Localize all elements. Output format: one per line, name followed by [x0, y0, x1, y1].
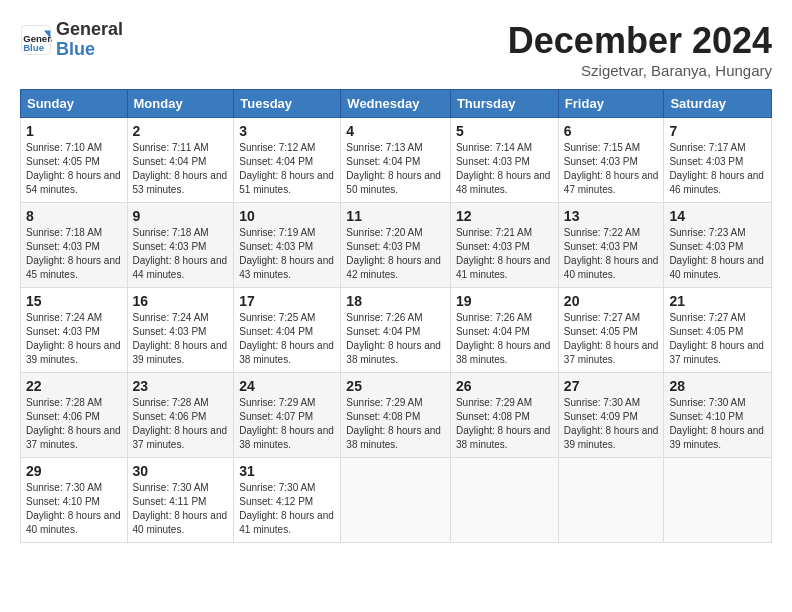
day-number: 18 — [346, 293, 445, 309]
day-number: 27 — [564, 378, 659, 394]
day-number: 12 — [456, 208, 553, 224]
day-info: Sunrise: 7:30 AMSunset: 4:09 PMDaylight:… — [564, 396, 659, 452]
calendar-cell: 7Sunrise: 7:17 AMSunset: 4:03 PMDaylight… — [664, 118, 772, 203]
day-info: Sunrise: 7:15 AMSunset: 4:03 PMDaylight:… — [564, 141, 659, 197]
logo: General Blue General Blue — [20, 20, 123, 60]
day-number: 8 — [26, 208, 122, 224]
calendar-cell: 27Sunrise: 7:30 AMSunset: 4:09 PMDayligh… — [558, 373, 664, 458]
calendar-week-row: 22Sunrise: 7:28 AMSunset: 4:06 PMDayligh… — [21, 373, 772, 458]
day-number: 16 — [133, 293, 229, 309]
day-number: 14 — [669, 208, 766, 224]
day-info: Sunrise: 7:18 AMSunset: 4:03 PMDaylight:… — [26, 226, 122, 282]
day-info: Sunrise: 7:27 AMSunset: 4:05 PMDaylight:… — [564, 311, 659, 367]
calendar-body: 1Sunrise: 7:10 AMSunset: 4:05 PMDaylight… — [21, 118, 772, 543]
weekday-header: Wednesday — [341, 90, 451, 118]
logo-line1: General — [56, 20, 123, 40]
calendar-cell: 13Sunrise: 7:22 AMSunset: 4:03 PMDayligh… — [558, 203, 664, 288]
calendar-cell: 6Sunrise: 7:15 AMSunset: 4:03 PMDaylight… — [558, 118, 664, 203]
calendar-cell: 24Sunrise: 7:29 AMSunset: 4:07 PMDayligh… — [234, 373, 341, 458]
calendar-cell: 17Sunrise: 7:25 AMSunset: 4:04 PMDayligh… — [234, 288, 341, 373]
calendar-cell: 20Sunrise: 7:27 AMSunset: 4:05 PMDayligh… — [558, 288, 664, 373]
calendar-cell: 3Sunrise: 7:12 AMSunset: 4:04 PMDaylight… — [234, 118, 341, 203]
day-number: 5 — [456, 123, 553, 139]
day-number: 19 — [456, 293, 553, 309]
calendar-cell: 25Sunrise: 7:29 AMSunset: 4:08 PMDayligh… — [341, 373, 451, 458]
calendar-table: SundayMondayTuesdayWednesdayThursdayFrid… — [20, 89, 772, 543]
weekday-header: Sunday — [21, 90, 128, 118]
day-info: Sunrise: 7:19 AMSunset: 4:03 PMDaylight:… — [239, 226, 335, 282]
weekday-header: Monday — [127, 90, 234, 118]
day-number: 11 — [346, 208, 445, 224]
calendar-cell: 12Sunrise: 7:21 AMSunset: 4:03 PMDayligh… — [450, 203, 558, 288]
day-info: Sunrise: 7:21 AMSunset: 4:03 PMDaylight:… — [456, 226, 553, 282]
calendar-week-row: 8Sunrise: 7:18 AMSunset: 4:03 PMDaylight… — [21, 203, 772, 288]
calendar-cell: 23Sunrise: 7:28 AMSunset: 4:06 PMDayligh… — [127, 373, 234, 458]
day-info: Sunrise: 7:12 AMSunset: 4:04 PMDaylight:… — [239, 141, 335, 197]
day-number: 23 — [133, 378, 229, 394]
day-number: 9 — [133, 208, 229, 224]
day-info: Sunrise: 7:26 AMSunset: 4:04 PMDaylight:… — [456, 311, 553, 367]
calendar-week-row: 1Sunrise: 7:10 AMSunset: 4:05 PMDaylight… — [21, 118, 772, 203]
calendar-cell: 11Sunrise: 7:20 AMSunset: 4:03 PMDayligh… — [341, 203, 451, 288]
calendar-cell — [450, 458, 558, 543]
calendar-week-row: 29Sunrise: 7:30 AMSunset: 4:10 PMDayligh… — [21, 458, 772, 543]
day-number: 17 — [239, 293, 335, 309]
calendar-cell — [664, 458, 772, 543]
day-number: 2 — [133, 123, 229, 139]
day-number: 4 — [346, 123, 445, 139]
day-info: Sunrise: 7:29 AMSunset: 4:08 PMDaylight:… — [456, 396, 553, 452]
day-number: 3 — [239, 123, 335, 139]
day-info: Sunrise: 7:29 AMSunset: 4:07 PMDaylight:… — [239, 396, 335, 452]
day-info: Sunrise: 7:30 AMSunset: 4:10 PMDaylight:… — [26, 481, 122, 537]
day-info: Sunrise: 7:11 AMSunset: 4:04 PMDaylight:… — [133, 141, 229, 197]
day-info: Sunrise: 7:28 AMSunset: 4:06 PMDaylight:… — [133, 396, 229, 452]
calendar-cell: 29Sunrise: 7:30 AMSunset: 4:10 PMDayligh… — [21, 458, 128, 543]
day-info: Sunrise: 7:17 AMSunset: 4:03 PMDaylight:… — [669, 141, 766, 197]
weekday-header: Tuesday — [234, 90, 341, 118]
day-number: 25 — [346, 378, 445, 394]
day-number: 28 — [669, 378, 766, 394]
calendar-cell: 18Sunrise: 7:26 AMSunset: 4:04 PMDayligh… — [341, 288, 451, 373]
page-header: General Blue General Blue December 2024 … — [20, 20, 772, 79]
day-info: Sunrise: 7:30 AMSunset: 4:10 PMDaylight:… — [669, 396, 766, 452]
day-number: 13 — [564, 208, 659, 224]
calendar-cell: 19Sunrise: 7:26 AMSunset: 4:04 PMDayligh… — [450, 288, 558, 373]
svg-text:Blue: Blue — [23, 42, 44, 53]
calendar-cell: 4Sunrise: 7:13 AMSunset: 4:04 PMDaylight… — [341, 118, 451, 203]
day-info: Sunrise: 7:26 AMSunset: 4:04 PMDaylight:… — [346, 311, 445, 367]
day-info: Sunrise: 7:24 AMSunset: 4:03 PMDaylight:… — [133, 311, 229, 367]
calendar-cell: 16Sunrise: 7:24 AMSunset: 4:03 PMDayligh… — [127, 288, 234, 373]
calendar-cell: 8Sunrise: 7:18 AMSunset: 4:03 PMDaylight… — [21, 203, 128, 288]
day-info: Sunrise: 7:27 AMSunset: 4:05 PMDaylight:… — [669, 311, 766, 367]
day-info: Sunrise: 7:23 AMSunset: 4:03 PMDaylight:… — [669, 226, 766, 282]
day-number: 22 — [26, 378, 122, 394]
calendar-cell: 15Sunrise: 7:24 AMSunset: 4:03 PMDayligh… — [21, 288, 128, 373]
month-title: December 2024 — [508, 20, 772, 62]
day-info: Sunrise: 7:20 AMSunset: 4:03 PMDaylight:… — [346, 226, 445, 282]
day-number: 1 — [26, 123, 122, 139]
day-info: Sunrise: 7:22 AMSunset: 4:03 PMDaylight:… — [564, 226, 659, 282]
calendar-cell — [558, 458, 664, 543]
calendar-week-row: 15Sunrise: 7:24 AMSunset: 4:03 PMDayligh… — [21, 288, 772, 373]
day-info: Sunrise: 7:14 AMSunset: 4:03 PMDaylight:… — [456, 141, 553, 197]
day-number: 15 — [26, 293, 122, 309]
calendar-cell: 28Sunrise: 7:30 AMSunset: 4:10 PMDayligh… — [664, 373, 772, 458]
day-info: Sunrise: 7:30 AMSunset: 4:11 PMDaylight:… — [133, 481, 229, 537]
title-area: December 2024 Szigetvar, Baranya, Hungar… — [508, 20, 772, 79]
calendar-cell: 2Sunrise: 7:11 AMSunset: 4:04 PMDaylight… — [127, 118, 234, 203]
calendar-cell: 9Sunrise: 7:18 AMSunset: 4:03 PMDaylight… — [127, 203, 234, 288]
calendar-cell: 31Sunrise: 7:30 AMSunset: 4:12 PMDayligh… — [234, 458, 341, 543]
calendar-cell: 26Sunrise: 7:29 AMSunset: 4:08 PMDayligh… — [450, 373, 558, 458]
weekday-header: Friday — [558, 90, 664, 118]
calendar-cell: 21Sunrise: 7:27 AMSunset: 4:05 PMDayligh… — [664, 288, 772, 373]
calendar-cell — [341, 458, 451, 543]
day-info: Sunrise: 7:30 AMSunset: 4:12 PMDaylight:… — [239, 481, 335, 537]
day-info: Sunrise: 7:29 AMSunset: 4:08 PMDaylight:… — [346, 396, 445, 452]
day-info: Sunrise: 7:25 AMSunset: 4:04 PMDaylight:… — [239, 311, 335, 367]
weekday-header: Saturday — [664, 90, 772, 118]
day-number: 29 — [26, 463, 122, 479]
day-number: 10 — [239, 208, 335, 224]
calendar-cell: 14Sunrise: 7:23 AMSunset: 4:03 PMDayligh… — [664, 203, 772, 288]
calendar-cell: 22Sunrise: 7:28 AMSunset: 4:06 PMDayligh… — [21, 373, 128, 458]
calendar-cell: 10Sunrise: 7:19 AMSunset: 4:03 PMDayligh… — [234, 203, 341, 288]
